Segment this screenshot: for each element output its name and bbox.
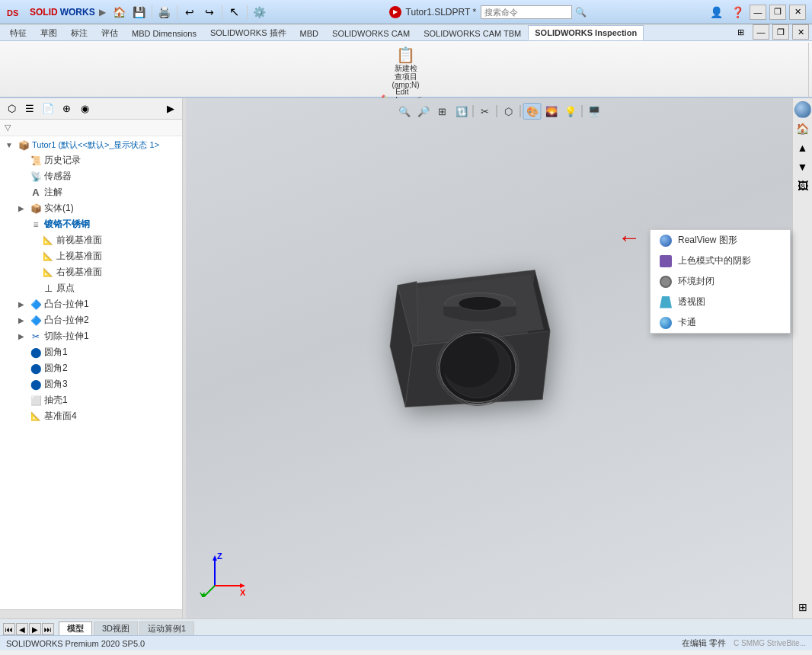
ribbon-minimize[interactable]: — xyxy=(753,24,769,40)
vt-section[interactable]: ✂ xyxy=(476,103,494,120)
tree-solid[interactable]: ▶ 📦 实体(1) xyxy=(0,200,182,216)
tree-origin[interactable]: ⊥ 原点 xyxy=(0,280,182,296)
viewport[interactable]: 🔍 🔎 ⊞ 🔃 ✂ ⬡ 🎨 🌄 💡 🖥️ xyxy=(186,98,812,618)
sidebar-tool-more[interactable]: ▶ xyxy=(162,101,179,117)
rs-grid[interactable]: ⊞ xyxy=(794,599,811,615)
tree-material[interactable]: ≡ 镀铬不锈钢 xyxy=(0,216,182,232)
separator4 xyxy=(247,5,248,19)
close-btn[interactable]: ✕ xyxy=(789,5,806,20)
tree-fillet2[interactable]: ⬤ 圆角2 xyxy=(0,360,182,376)
3d-model xyxy=(367,240,580,425)
vt-scene[interactable]: 🌄 xyxy=(542,103,561,120)
tab-feature[interactable]: 特征 xyxy=(3,25,34,40)
vt-zoom-fit[interactable]: ⊞ xyxy=(433,103,452,120)
tree-shell1[interactable]: ⬜ 抽壳1 xyxy=(0,392,182,408)
rs-down[interactable]: ▼ xyxy=(794,158,811,175)
search-input[interactable] xyxy=(481,5,572,19)
minimize-btn[interactable]: — xyxy=(750,5,766,20)
profile-btn[interactable]: 👤 xyxy=(707,4,725,21)
tab-sw-cam-tbm[interactable]: SOLIDWORKS CAM TBM xyxy=(417,25,528,40)
vt-sep2 xyxy=(497,105,497,117)
options-btn[interactable]: ⚙️ xyxy=(251,4,269,21)
tab-sketch[interactable]: 草图 xyxy=(34,25,64,40)
nav-last[interactable]: ⏭ xyxy=(42,623,54,635)
redo-btn[interactable]: ↪ xyxy=(200,4,219,21)
rs-sphere[interactable]: ⠀ xyxy=(794,101,811,118)
undo-btn[interactable]: ↩ xyxy=(181,4,199,21)
separator xyxy=(152,5,152,19)
search-box: 🔍 xyxy=(481,5,587,19)
tree-boss2[interactable]: ▶ 🔷 凸台-拉伸2 xyxy=(0,312,182,328)
display-dropdown-menu[interactable]: RealView 图形 上色模式中的阴影 环境封闭 透视图 卡通 xyxy=(650,229,791,334)
help-btn[interactable]: ❓ xyxy=(728,4,746,21)
tab-sw-inspection[interactable]: SOLIDWORKS Inspection xyxy=(528,25,644,40)
vt-monitor[interactable]: 🖥️ xyxy=(585,103,603,120)
status-edit: 在编辑 零件 xyxy=(682,637,726,649)
tab-panel-restore[interactable]: ⊞ xyxy=(731,24,750,40)
home-btn[interactable]: 🏠 xyxy=(110,4,129,21)
tree-plane4[interactable]: 📐 基准面4 xyxy=(0,408,182,424)
new-inspection-btn[interactable]: 📋 新建检查项目(amp;N) xyxy=(388,44,423,91)
tab-evaluate[interactable]: 评估 xyxy=(94,25,125,40)
dropdown-ambient[interactable]: 环境封闭 xyxy=(651,271,790,292)
vt-search[interactable]: 🔍 xyxy=(395,103,414,120)
restore-btn[interactable]: ❐ xyxy=(769,5,786,20)
sidebar-tool-circle[interactable]: ◉ xyxy=(76,101,93,117)
rs-image[interactable]: 🖼 xyxy=(794,177,811,194)
tab-3dview[interactable]: 3D视图 xyxy=(94,621,138,635)
separator2 xyxy=(177,5,177,19)
sidebar-tool-doc[interactable]: 📄 xyxy=(40,101,56,117)
tab-markup[interactable]: 标注 xyxy=(64,25,94,40)
sidebar: ⬡ ☰ 📄 ⊕ ◉ ▶ ▽ ▼ 📦 Tutor1 (默认<<默认>_显示状态 1… xyxy=(0,98,183,618)
tab-motion1[interactable]: 运动算例1 xyxy=(139,621,194,635)
run-btn[interactable]: ▶ xyxy=(389,6,401,18)
vt-rotate[interactable]: 🔃 xyxy=(452,103,471,120)
rs-home[interactable]: 🏠 xyxy=(794,120,811,137)
vt-orient[interactable]: ⬡ xyxy=(500,103,518,120)
sidebar-tool-hexagon[interactable]: ⬡ xyxy=(3,101,20,117)
sidebar-tool-target[interactable]: ⊕ xyxy=(58,101,75,117)
nav-next[interactable]: ▶ xyxy=(29,623,41,635)
tab-model[interactable]: 模型 xyxy=(59,621,92,635)
nav-first[interactable]: ⏮ xyxy=(3,623,15,635)
tree-history[interactable]: 📜 历史记录 xyxy=(0,152,182,168)
tree-cut1[interactable]: ▶ ✂ 切除-拉伸1 xyxy=(0,328,182,344)
tab-sw-plugins[interactable]: SOLIDWORKS 插件 xyxy=(203,25,293,40)
tree-annotation[interactable]: A 注解 xyxy=(0,184,182,200)
vt-display-style[interactable]: 🎨 xyxy=(523,103,542,120)
ribbon: 📋 新建检查项目(amp;N) ✏️ EditInspectionProject… xyxy=(0,41,812,98)
dropdown-realview[interactable]: RealView 图形 xyxy=(651,230,790,251)
vt-zoom-box[interactable]: 🔎 xyxy=(414,103,433,120)
svg-text:DS: DS xyxy=(7,8,18,18)
tree-top-plane[interactable]: 📐 上视基准面 xyxy=(0,248,182,264)
sidebar-hscroll[interactable] xyxy=(0,609,182,618)
nav-prev[interactable]: ◀ xyxy=(16,623,28,635)
select-btn[interactable]: ↖ xyxy=(225,4,244,21)
tree-sensor[interactable]: 📡 传感器 xyxy=(0,168,182,184)
vt-sep4 xyxy=(582,105,583,117)
tree-root-label: Tutor1 (默认<<默认>_显示状态 1> xyxy=(32,139,179,151)
ribbon-close[interactable]: ✕ xyxy=(792,24,809,40)
tree-right-plane[interactable]: 📐 右视基准面 xyxy=(0,264,182,280)
file-title: Tutor1.SLDPRT * xyxy=(406,7,476,18)
ribbon-restore[interactable]: ❐ xyxy=(772,24,789,40)
dropdown-perspective[interactable]: 透视图 xyxy=(651,292,790,312)
search-icon[interactable]: 🔍 xyxy=(575,7,587,18)
dropdown-cartoon[interactable]: 卡通 xyxy=(651,312,790,333)
sidebar-tool-list[interactable]: ☰ xyxy=(21,101,38,117)
print-btn[interactable]: 🖨️ xyxy=(155,4,174,21)
dropdown-shadow[interactable]: 上色模式中的阴影 xyxy=(651,251,790,271)
tree-front-plane[interactable]: 📐 前视基准面 xyxy=(0,232,182,248)
tree-fillet1[interactable]: ⬤ 圆角1 xyxy=(0,344,182,360)
save-btn[interactable]: 💾 xyxy=(130,4,149,21)
tree-root[interactable]: ▼ 📦 Tutor1 (默认<<默认>_显示状态 1> xyxy=(0,138,182,152)
tree-fillet3[interactable]: ⬤ 圆角3 xyxy=(0,376,182,392)
rs-up[interactable]: ▲ xyxy=(794,139,811,156)
tab-mbd[interactable]: MBD xyxy=(293,25,325,40)
tab-mbd-dim[interactable]: MBD Dimensions xyxy=(125,25,203,40)
tree-boss1[interactable]: ▶ 🔷 凸台-拉伸1 xyxy=(0,296,182,312)
sidebar-tree: ▼ 📦 Tutor1 (默认<<默认>_显示状态 1> 📜 历史记录 📡 传感器… xyxy=(0,136,182,609)
tab-sw-cam[interactable]: SOLIDWORKS CAM xyxy=(325,25,417,40)
arrow-indicator: → xyxy=(618,226,641,249)
vt-lights[interactable]: 💡 xyxy=(561,103,580,120)
